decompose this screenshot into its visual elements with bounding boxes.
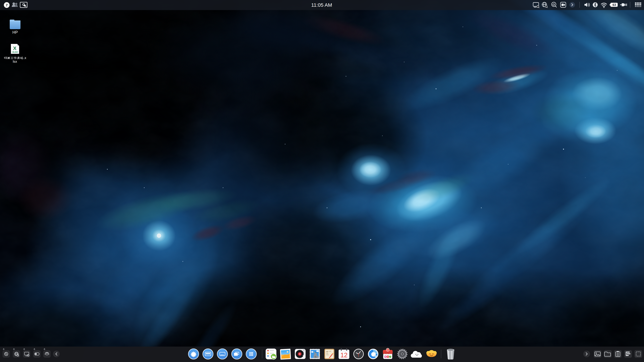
svg-text:lsx: lsx: [13, 59, 17, 63]
svg-text:12: 12: [340, 352, 348, 359]
svg-text:HP: HP: [12, 30, 18, 34]
svg-text:63: 63: [612, 3, 616, 6]
svg-text:X: X: [13, 45, 16, 51]
svg-text:7: 7: [6, 3, 8, 7]
svg-text:.x: .x: [24, 56, 26, 60]
svg-text:11:05 AM: 11:05 AM: [311, 2, 332, 8]
svg-text:XLSX: XLSX: [12, 51, 18, 53]
svg-text:T: T: [387, 349, 388, 351]
